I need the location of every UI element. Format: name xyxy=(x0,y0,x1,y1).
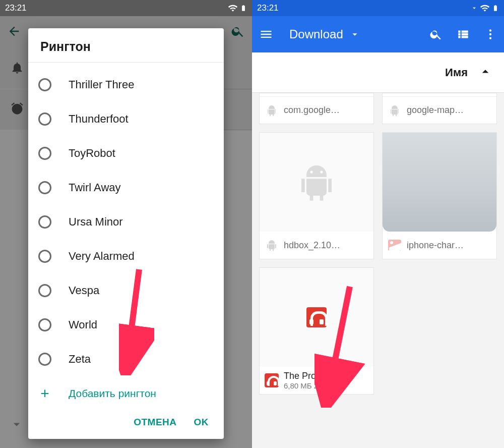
cancel-button[interactable]: ОТМЕНА xyxy=(134,417,176,428)
ringtone-label: Ursa Minor xyxy=(69,215,123,229)
ringtone-item[interactable]: Ursa Minor xyxy=(28,205,224,239)
android-icon xyxy=(388,103,402,118)
radio-icon[interactable] xyxy=(38,284,51,297)
wifi-icon xyxy=(480,3,490,13)
dialog-title: Рингтон xyxy=(28,28,224,63)
add-ringtone-label: Добавить рингтон xyxy=(69,387,156,400)
file-name: google-map… xyxy=(407,105,491,116)
plus-icon: + xyxy=(38,385,51,402)
chevron-up-icon xyxy=(478,64,493,81)
file-name: hdbox_2.10… xyxy=(284,240,368,251)
ringtone-label: Twirl Away xyxy=(69,181,121,194)
radio-icon[interactable] xyxy=(38,215,51,229)
file-grid[interactable]: com.google… google-map… xyxy=(252,93,504,402)
radio-icon[interactable] xyxy=(38,181,51,194)
ringtone-item[interactable]: Thriller Three xyxy=(28,68,224,102)
more-icon[interactable] xyxy=(484,28,497,41)
ringtone-item[interactable]: Very Alarmed xyxy=(28,239,224,273)
file-thumbnail xyxy=(383,133,496,232)
ringtone-label: Zeta xyxy=(69,353,91,366)
ringtone-item[interactable]: Thunderfoot xyxy=(28,102,224,136)
radio-icon[interactable] xyxy=(38,113,51,126)
file-card[interactable]: iphone-char… xyxy=(382,132,497,259)
ringtone-list[interactable]: Thriller Three Thunderfoot ToyRobot Twir… xyxy=(28,63,224,410)
file-name: The Prodigy… xyxy=(284,371,368,381)
sort-bar[interactable]: Имя xyxy=(252,52,504,93)
ringtone-label: Thunderfoot xyxy=(69,113,129,126)
file-name: com.google… xyxy=(284,105,368,116)
svg-point-0 xyxy=(310,171,312,173)
ringtone-dialog: Рингтон Thriller Three Thunderfoot ToyRo… xyxy=(28,28,224,439)
svg-point-1 xyxy=(320,171,323,173)
ringtone-item[interactable]: Zeta xyxy=(28,342,224,376)
wifi-icon xyxy=(228,3,238,13)
file-card[interactable]: The Prodigy… 6,80 МБ 23:02 xyxy=(259,267,374,395)
ringtone-label: World xyxy=(69,318,97,331)
radio-icon[interactable] xyxy=(38,147,51,160)
radio-icon[interactable] xyxy=(38,318,51,331)
status-time: 23:21 xyxy=(5,3,27,13)
chevron-down-icon[interactable] xyxy=(349,29,360,40)
android-icon xyxy=(265,238,279,252)
ringtone-label: Thriller Three xyxy=(69,78,134,91)
file-name: iphone-char… xyxy=(407,240,491,251)
screen-ringtone-picker: 23:21 Рингтон Thriller Three Thunderfoot… xyxy=(0,0,252,448)
screen-file-picker: 23:21 Download Имя xyxy=(252,0,504,448)
ringtone-label: Vespa xyxy=(69,284,99,297)
file-card[interactable]: com.google… xyxy=(259,93,374,124)
file-card[interactable]: hdbox_2.10… xyxy=(259,132,374,259)
app-bar: Download xyxy=(252,16,504,52)
file-thumbnail xyxy=(260,268,373,367)
ok-button[interactable]: OK xyxy=(194,417,209,428)
file-meta: 6,80 МБ 23:02 xyxy=(284,381,368,390)
status-bar: 23:21 xyxy=(252,0,504,16)
ringtone-item[interactable]: Twirl Away xyxy=(28,171,224,205)
radio-icon[interactable] xyxy=(38,250,51,263)
ringtone-label: Very Alarmed xyxy=(69,250,135,263)
audio-icon xyxy=(265,373,279,387)
image-icon xyxy=(388,238,402,252)
sort-label: Имя xyxy=(445,66,468,79)
battery-icon xyxy=(240,3,247,13)
file-thumbnail xyxy=(260,133,373,232)
dialog-actions: ОТМЕНА OK xyxy=(28,410,224,439)
status-time: 23:21 xyxy=(257,3,279,13)
dropdown-icon xyxy=(471,5,478,12)
radio-icon[interactable] xyxy=(38,78,51,91)
ringtone-item[interactable]: World xyxy=(28,308,224,342)
ringtone-label: ToyRobot xyxy=(69,147,115,160)
ringtone-item[interactable]: Vespa xyxy=(28,273,224,308)
radio-icon[interactable] xyxy=(38,353,51,366)
ringtone-item[interactable]: ToyRobot xyxy=(28,136,224,171)
battery-icon xyxy=(492,3,499,13)
file-card[interactable]: google-map… xyxy=(382,93,497,124)
search-icon[interactable] xyxy=(429,28,443,41)
menu-icon[interactable] xyxy=(259,27,273,41)
status-bar: 23:21 xyxy=(0,0,252,16)
add-ringtone-button[interactable]: + Добавить рингтон xyxy=(28,376,224,410)
appbar-title[interactable]: Download xyxy=(289,27,343,41)
audio-icon xyxy=(306,307,327,327)
view-list-icon[interactable] xyxy=(457,28,470,41)
android-icon xyxy=(265,103,279,118)
